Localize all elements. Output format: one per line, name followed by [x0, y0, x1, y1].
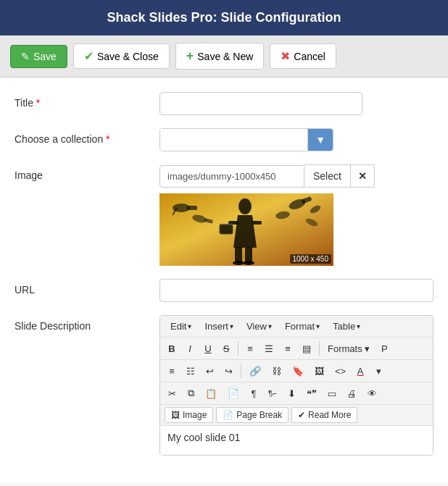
editor-image-icon: 🖼	[171, 410, 180, 420]
image-input-wrapper: images/dummy-1000x450 Select ✕	[159, 164, 375, 188]
svg-rect-13	[220, 225, 233, 234]
url-row: URL example.com/page01	[14, 279, 434, 302]
title-text: Shack Slides Pro: Slide Configuration	[107, 10, 341, 25]
collection-input[interactable]: Collection 01	[160, 129, 307, 151]
image-preview-inner: 1000 x 450	[159, 193, 333, 266]
title-input[interactable]: Slide 01	[159, 92, 362, 115]
title-required: *	[36, 97, 40, 109]
align-justify-button[interactable]: ▤	[297, 340, 316, 357]
svg-point-10	[238, 198, 252, 214]
svg-point-18	[233, 261, 244, 265]
paste-button[interactable]: 📋	[200, 385, 222, 402]
editor-toolbar-bottom: 🖼 Image 📄 Page Break ✔ Read More	[160, 405, 433, 426]
bookmark-button[interactable]: 🔖	[287, 363, 309, 380]
image-clear-button[interactable]: ✕	[351, 164, 375, 188]
main-toolbar: ✎ Save ✔ Save & Close + Save & New ✖ Can…	[0, 35, 448, 77]
image-path-display: images/dummy-1000x450	[159, 165, 304, 188]
align-left-button[interactable]: ≡	[241, 340, 259, 357]
editor-text: My cool slide 01	[167, 432, 240, 443]
image-preview: 1000 x 450	[159, 193, 375, 266]
para-break-button[interactable]: ¶⌐	[263, 386, 282, 401]
editor-menu-edit[interactable]: Edit ▾	[165, 318, 197, 335]
paste-text-button[interactable]: 📄	[223, 385, 244, 402]
url-label: URL	[14, 279, 159, 296]
save-icon: ✎	[21, 51, 30, 62]
editor-menu-table[interactable]: Table ▾	[327, 318, 366, 335]
redo-button[interactable]: ↪	[220, 363, 238, 380]
format-chevron-icon: ▾	[316, 322, 320, 330]
cut-button[interactable]: ✂	[163, 385, 181, 402]
print-button[interactable]: 🖨	[342, 385, 362, 402]
editor-content[interactable]: My cool slide 01	[160, 426, 433, 455]
save-new-button[interactable]: + Save & New	[175, 43, 265, 70]
svg-rect-2	[187, 206, 197, 210]
text-color-button[interactable]: A	[352, 363, 369, 380]
link-button[interactable]: 🔗	[244, 363, 266, 380]
collection-select-wrapper: Collection 01 ▼	[159, 128, 333, 151]
image-select-button[interactable]: Select	[304, 164, 351, 188]
toolbar-divider-3	[241, 364, 241, 378]
title-row: Title * Slide 01	[14, 92, 434, 115]
editor-menu-format[interactable]: Format ▾	[279, 318, 325, 335]
read-more-button[interactable]: ✔ Read More	[291, 407, 357, 423]
page-break-button[interactable]: 📄 Page Break	[216, 407, 289, 423]
description-label: Slide Description	[14, 315, 159, 332]
underline-button[interactable]: U	[199, 340, 217, 357]
unlink-button[interactable]: ⛓	[267, 363, 286, 380]
formats-dropdown-button[interactable]: Formats ▾	[323, 340, 375, 357]
image-label: Image	[14, 164, 159, 181]
svg-point-19	[243, 261, 254, 265]
view-chevron-icon: ▾	[268, 322, 272, 330]
insert-image-button[interactable]: 🖼	[310, 363, 329, 380]
upload-button[interactable]: ⬇	[283, 385, 301, 402]
url-input[interactable]: example.com/page01	[159, 279, 434, 302]
read-more-icon: ✔	[298, 410, 305, 420]
svg-rect-15	[252, 221, 262, 225]
cancel-button[interactable]: ✖ Cancel	[270, 43, 336, 69]
toolbar-divider-2	[319, 341, 320, 356]
insert-chevron-icon: ▾	[230, 322, 233, 330]
table-chevron-icon: ▾	[357, 322, 360, 330]
copy-button[interactable]: ⧉	[182, 385, 199, 402]
undo-button[interactable]: ↩	[201, 363, 219, 380]
ordered-list-button[interactable]: ≡	[163, 363, 181, 380]
hr-button[interactable]: ▭	[323, 385, 341, 402]
collection-row: Choose a collection * Collection 01 ▼	[14, 128, 434, 151]
title-label: Title *	[14, 92, 159, 109]
save-close-button[interactable]: ✔ Save & Close	[73, 43, 170, 69]
editor-toolbar-3: ✂ ⧉ 📋 📄 ¶ ¶⌐ ⬇ ❝❞ ▭ 🖨 👁	[160, 382, 433, 405]
para-button[interactable]: ¶	[245, 385, 262, 402]
svg-rect-17	[245, 247, 252, 263]
paragraph-button[interactable]: P	[376, 340, 393, 357]
description-row: Slide Description Edit ▾ Insert ▾ View ▾…	[14, 315, 434, 456]
blockquote-button[interactable]: ❝❞	[302, 385, 322, 402]
align-right-button[interactable]: ≡	[279, 340, 296, 357]
image-row: Image images/dummy-1000x450 Select ✕	[14, 164, 434, 266]
clear-icon: ✕	[358, 170, 367, 182]
save-button[interactable]: ✎ Save	[10, 45, 67, 68]
collection-required: *	[106, 133, 109, 145]
page-break-icon: 📄	[223, 410, 233, 420]
code-button[interactable]: <>	[330, 363, 351, 380]
strikethrough-button[interactable]: S	[217, 340, 235, 357]
editor-menu-view[interactable]: View ▾	[241, 318, 278, 335]
preview-button[interactable]: 👁	[362, 385, 382, 402]
editor-image-button[interactable]: 🖼 Image	[165, 407, 213, 423]
editor-wrapper: Edit ▾ Insert ▾ View ▾ Format ▾ Table	[159, 315, 434, 456]
form-area: Title * Slide 01 Choose a collection * C…	[0, 77, 448, 483]
unordered-list-button[interactable]: ☷	[181, 363, 200, 380]
toolbar-divider-1	[238, 341, 238, 356]
align-center-button[interactable]: ☰	[260, 340, 278, 357]
bold-button[interactable]: B	[163, 340, 181, 357]
image-size-badge: 1000 x 450	[290, 254, 332, 264]
collection-dropdown-arrow[interactable]: ▼	[307, 129, 333, 151]
edit-chevron-icon: ▾	[188, 322, 191, 330]
check-icon: ✔	[84, 49, 94, 63]
svg-rect-16	[235, 247, 242, 263]
color-more-button[interactable]: ▾	[370, 363, 387, 380]
x-icon: ✖	[281, 49, 290, 63]
image-col: images/dummy-1000x450 Select ✕	[159, 164, 375, 266]
editor-menu-insert[interactable]: Insert ▾	[199, 318, 239, 335]
collection-label: Choose a collection *	[14, 128, 159, 145]
italic-button[interactable]: I	[181, 340, 199, 357]
